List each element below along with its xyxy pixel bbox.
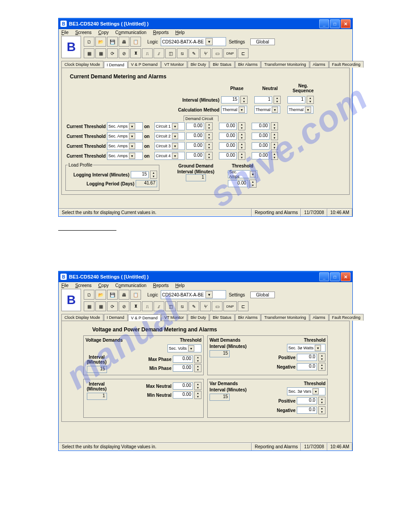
- menu-file[interactable]: File: [61, 30, 68, 35]
- menu-help[interactable]: Help: [176, 283, 185, 288]
- tab-alarms[interactable]: Alarms: [310, 314, 329, 321]
- tab-bkrduty[interactable]: Bkr Duty: [188, 314, 210, 321]
- vard-unit[interactable]: Sec. 3ø Vars▼: [287, 387, 325, 395]
- vd-unit[interactable]: Sec. Volts▼: [167, 344, 201, 352]
- logic-combo[interactable]: CDS240-BATX-A-BE▼: [161, 37, 226, 46]
- maxp-field[interactable]: 0.00: [173, 356, 193, 363]
- tab-vtmon[interactable]: VT Monitor: [161, 61, 187, 68]
- global-button[interactable]: Global: [250, 292, 275, 298]
- tab-idemand[interactable]: I Demand: [104, 314, 128, 321]
- thr-unit[interactable]: Sec. Amps▼: [228, 170, 257, 178]
- tool-1[interactable]: ▦: [84, 48, 94, 58]
- close-button[interactable]: ✕: [341, 19, 351, 28]
- calc-negseq[interactable]: Thermal▼: [287, 106, 313, 114]
- wd-unit[interactable]: Sec. 3ø Watts▼: [287, 344, 325, 352]
- global-button[interactable]: Global: [250, 39, 275, 45]
- tab-clock[interactable]: Clock Display Mode: [61, 314, 103, 321]
- tab-alarms[interactable]: Alarms: [310, 61, 329, 68]
- vard-neg[interactable]: 0.0: [297, 407, 317, 414]
- tool-open[interactable]: 📂: [95, 37, 106, 47]
- tool-save[interactable]: 💾: [107, 37, 118, 47]
- interval-phase[interactable]: 15: [221, 96, 239, 103]
- tool-7[interactable]: ⎎: [154, 48, 164, 58]
- calc-phase[interactable]: Thermal▼: [221, 106, 247, 114]
- menu-reports[interactable]: Reports: [153, 30, 169, 35]
- maximize-button[interactable]: □: [330, 19, 340, 28]
- thr-field[interactable]: 0.00: [228, 180, 248, 187]
- tab-bkrduty[interactable]: Bkr Duty: [188, 61, 210, 68]
- tool-copy[interactable]: 📋: [130, 290, 141, 300]
- menu-communication[interactable]: Communication: [116, 30, 147, 35]
- menu-screens[interactable]: Screens: [75, 30, 92, 35]
- tab-bkrstatus[interactable]: Bkr Status: [210, 61, 235, 68]
- tab-xfmr[interactable]: Transformer Monitoring: [261, 314, 309, 321]
- tab-fault[interactable]: Fault Recording: [329, 61, 364, 68]
- close-button[interactable]: ✕: [341, 272, 351, 281]
- tool-dnp[interactable]: DNP: [223, 48, 237, 58]
- tool-save[interactable]: 💾: [107, 290, 118, 300]
- maxn-field[interactable]: 0.00: [173, 382, 193, 390]
- minp-field[interactable]: 0.00: [173, 365, 193, 372]
- ct1-unit[interactable]: Sec. Amps▼: [107, 122, 143, 130]
- wd-pos[interactable]: 0.0: [297, 354, 317, 361]
- ct3-unit[interactable]: Sec. Amps▼: [107, 142, 143, 150]
- tool-8[interactable]: ◫: [165, 48, 176, 58]
- menu-communication[interactable]: Communication: [116, 283, 147, 288]
- tab-vpdemand[interactable]: V & P Demand: [128, 314, 161, 321]
- tool-9[interactable]: ⧅: [177, 48, 188, 58]
- ct2-unit[interactable]: Sec. Amps▼: [107, 132, 143, 140]
- tool-3[interactable]: ⟳: [107, 48, 118, 58]
- ct3-circ[interactable]: Circuit 3▼: [154, 142, 185, 150]
- tool-5[interactable]: ⧗: [130, 48, 141, 58]
- menu-help[interactable]: Help: [176, 30, 185, 35]
- ct1-n[interactable]: 0.00: [219, 123, 237, 130]
- calc-neutral[interactable]: Thermal▼: [254, 106, 280, 114]
- tab-vtmon[interactable]: VT Monitor: [161, 314, 187, 321]
- spinner[interactable]: ▲▼: [307, 96, 314, 104]
- tool-new[interactable]: 🗋: [84, 37, 94, 47]
- ct1-p[interactable]: 0.00: [186, 123, 204, 130]
- minn-field[interactable]: 0.00: [173, 391, 193, 399]
- wd-neg[interactable]: 0.0: [297, 363, 317, 370]
- minimize-button[interactable]: _: [319, 272, 329, 281]
- ct2-circ[interactable]: Circuit 2▼: [154, 132, 185, 140]
- ct4-unit[interactable]: Sec. Amps▼: [107, 152, 143, 160]
- maximize-button[interactable]: □: [330, 272, 340, 281]
- tab-fault[interactable]: Fault Recording: [329, 314, 364, 321]
- spinner[interactable]: ▲▼: [240, 96, 248, 104]
- tool-13[interactable]: ⊏: [238, 48, 248, 58]
- menu-copy[interactable]: Copy: [98, 283, 108, 288]
- minimize-button[interactable]: _: [319, 19, 329, 28]
- tool-print[interactable]: 🖶: [119, 37, 129, 47]
- ct4-circ[interactable]: Circuit 4▼: [154, 152, 185, 160]
- tab-bkralarms[interactable]: Bkr Alarms: [235, 61, 261, 68]
- tab-vpdemand[interactable]: V & P Demand: [128, 61, 161, 68]
- tab-bkralarms[interactable]: Bkr Alarms: [235, 314, 261, 321]
- interval-neutral[interactable]: 1: [254, 96, 272, 103]
- vard-pos[interactable]: 0.0: [297, 397, 317, 404]
- tool-4[interactable]: ⊘: [119, 48, 129, 58]
- menu-reports[interactable]: Reports: [153, 283, 169, 288]
- loi-field[interactable]: 15: [131, 171, 149, 178]
- tab-clock[interactable]: Clock Display Mode: [61, 61, 103, 68]
- tab-bkrstatus[interactable]: Bkr Status: [210, 314, 235, 321]
- tool-print[interactable]: 🖶: [119, 290, 129, 300]
- tool-open[interactable]: 📂: [95, 290, 106, 300]
- tool-11[interactable]: ⅟: [200, 48, 211, 58]
- tool-copy[interactable]: 📋: [130, 37, 141, 47]
- tab-xfmr[interactable]: Transformer Monitoring: [261, 61, 309, 68]
- tool-12[interactable]: ▭: [212, 48, 223, 58]
- tool-2[interactable]: ▦: [95, 48, 106, 58]
- tab-idemand[interactable]: I Demand: [104, 61, 128, 68]
- tool-6[interactable]: ⎍: [142, 48, 153, 58]
- tool-10[interactable]: ✎: [188, 48, 199, 58]
- interval-negseq[interactable]: 1: [287, 96, 305, 103]
- logic-combo[interactable]: CDS240-BATX-A-BE▼: [161, 290, 226, 299]
- menu-copy[interactable]: Copy: [98, 30, 108, 35]
- tool-new[interactable]: 🗋: [84, 290, 94, 300]
- ct1-circ[interactable]: Circuit 1▼: [154, 122, 185, 130]
- ct1-s[interactable]: 0.00: [252, 123, 270, 130]
- menu-screens[interactable]: Screens: [75, 283, 92, 288]
- spinner[interactable]: ▲▼: [274, 96, 281, 104]
- menu-file[interactable]: File: [61, 283, 68, 288]
